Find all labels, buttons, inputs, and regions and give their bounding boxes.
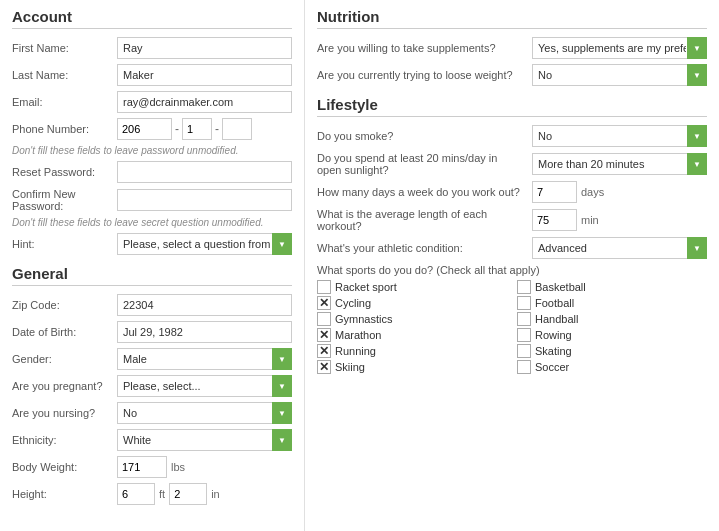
gender-row: Gender: Male Female bbox=[12, 348, 292, 370]
sport-item: Gymnastics bbox=[317, 312, 507, 326]
loose-weight-select[interactable]: Yes No bbox=[532, 64, 707, 86]
sport-checkbox[interactable] bbox=[517, 360, 531, 374]
sport-checkbox[interactable]: ✕ bbox=[317, 328, 331, 342]
hint-wrapper bbox=[117, 233, 292, 255]
loose-weight-label: Are you currently trying to loose weight… bbox=[317, 69, 532, 81]
sport-label: Skiing bbox=[335, 361, 365, 373]
ethnicity-select-wrapper: White Black Hispanic Asian Other bbox=[117, 429, 292, 451]
phone-row: Phone Number: - - bbox=[12, 118, 292, 140]
phone-area-input[interactable] bbox=[117, 118, 172, 140]
phone-sep2: - bbox=[215, 122, 219, 136]
sport-item: ✕Marathon bbox=[317, 328, 507, 342]
nursing-select-wrapper: Yes No bbox=[117, 402, 292, 424]
nutrition-title: Nutrition bbox=[317, 8, 707, 29]
sport-item: Rowing bbox=[517, 328, 707, 342]
gender-label: Gender: bbox=[12, 353, 117, 365]
sport-checkbox[interactable]: ✕ bbox=[317, 344, 331, 358]
ethnicity-row: Ethnicity: White Black Hispanic Asian Ot… bbox=[12, 429, 292, 451]
sport-label: Rowing bbox=[535, 329, 572, 341]
height-feet-input[interactable] bbox=[117, 483, 155, 505]
sport-checkbox[interactable]: ✕ bbox=[317, 296, 331, 310]
hint-dropdown-button[interactable] bbox=[272, 233, 292, 255]
sport-checkbox[interactable]: ✕ bbox=[317, 360, 331, 374]
sport-item: Skating bbox=[517, 344, 707, 358]
workout-days-input[interactable] bbox=[532, 181, 577, 203]
reset-password-label: Reset Password: bbox=[12, 166, 117, 178]
gender-select-wrapper: Male Female bbox=[117, 348, 292, 370]
confirm-password-row: Confirm New Password: bbox=[12, 188, 292, 212]
ethnicity-select[interactable]: White Black Hispanic Asian Other bbox=[117, 429, 292, 451]
supplements-select[interactable]: Yes, supplements are my preference No bbox=[532, 37, 707, 59]
height-inputs: ft in bbox=[117, 483, 220, 505]
email-input[interactable] bbox=[117, 91, 292, 113]
ethnicity-label: Ethnicity: bbox=[12, 434, 117, 446]
first-name-label: First Name: bbox=[12, 42, 117, 54]
hint-label: Hint: bbox=[12, 238, 117, 250]
sport-checkbox[interactable] bbox=[517, 312, 531, 326]
body-weight-input[interactable] bbox=[117, 456, 167, 478]
pregnant-select-wrapper: Please, select... Yes No bbox=[117, 375, 292, 397]
hint-row: Hint: bbox=[12, 233, 292, 255]
first-name-row: First Name: bbox=[12, 37, 292, 59]
sunlight-select-wrapper: More than 20 minutes Less than 20 minute… bbox=[532, 153, 707, 175]
secret-note: Don't fill these fields to leave secret … bbox=[12, 217, 292, 228]
athletic-condition-label: What's your athletic condition: bbox=[317, 242, 532, 254]
sport-checkbox[interactable] bbox=[517, 344, 531, 358]
email-row: Email: bbox=[12, 91, 292, 113]
weight-unit: lbs bbox=[171, 461, 185, 473]
zip-code-input[interactable] bbox=[117, 294, 292, 316]
sport-item: ✕Skiing bbox=[317, 360, 507, 374]
pregnant-select[interactable]: Please, select... Yes No bbox=[117, 375, 292, 397]
confirm-password-input[interactable] bbox=[117, 189, 292, 211]
general-title: General bbox=[12, 265, 292, 286]
workout-length-control: min bbox=[532, 209, 707, 231]
first-name-input[interactable] bbox=[117, 37, 292, 59]
sport-checkbox[interactable] bbox=[317, 312, 331, 326]
nursing-select[interactable]: Yes No bbox=[117, 402, 292, 424]
phone-inputs: - - bbox=[117, 118, 252, 140]
reset-password-input[interactable] bbox=[117, 161, 292, 183]
phone-part1-input[interactable] bbox=[182, 118, 212, 140]
workout-days-unit: days bbox=[581, 186, 604, 198]
height-label: Height: bbox=[12, 488, 117, 500]
sports-title: What sports do you do? (Check all that a… bbox=[317, 264, 707, 276]
inches-unit: in bbox=[211, 488, 220, 500]
sport-checkbox[interactable] bbox=[517, 296, 531, 310]
hint-input[interactable] bbox=[117, 233, 292, 255]
height-inches-input[interactable] bbox=[169, 483, 207, 505]
sport-item: Racket sport bbox=[317, 280, 507, 294]
sunlight-select[interactable]: More than 20 minutes Less than 20 minute… bbox=[532, 153, 707, 175]
sport-label: Racket sport bbox=[335, 281, 397, 293]
sport-checkbox[interactable] bbox=[517, 280, 531, 294]
sport-item: ✕Running bbox=[317, 344, 507, 358]
sport-checkbox[interactable] bbox=[317, 280, 331, 294]
sport-label: Cycling bbox=[335, 297, 371, 309]
sport-label: Running bbox=[335, 345, 376, 357]
supplements-select-wrapper: Yes, supplements are my preference No bbox=[532, 37, 707, 59]
phone-sep1: - bbox=[175, 122, 179, 136]
pregnant-row: Are you pregnant? Please, select... Yes … bbox=[12, 375, 292, 397]
dob-input[interactable] bbox=[117, 321, 292, 343]
workout-days-inputs: days bbox=[532, 181, 707, 203]
workout-length-input[interactable] bbox=[532, 209, 577, 231]
account-title: Account bbox=[12, 8, 292, 29]
phone-label: Phone Number: bbox=[12, 123, 117, 135]
pregnant-label: Are you pregnant? bbox=[12, 380, 117, 392]
body-weight-inputs: lbs bbox=[117, 456, 185, 478]
workout-days-row: How many days a week do you work out? da… bbox=[317, 181, 707, 203]
smoke-select[interactable]: Yes No bbox=[532, 125, 707, 147]
confirm-password-label: Confirm New Password: bbox=[12, 188, 117, 212]
sunlight-label: Do you spend at least 20 mins/day in ope… bbox=[317, 152, 532, 176]
athletic-condition-select[interactable]: Beginner Intermediate Advanced bbox=[532, 237, 707, 259]
smoke-control: Yes No bbox=[532, 125, 707, 147]
body-weight-row: Body Weight: lbs bbox=[12, 456, 292, 478]
smoke-label: Do you smoke? bbox=[317, 130, 532, 142]
sport-item: ✕Cycling bbox=[317, 296, 507, 310]
supplements-control: Yes, supplements are my preference No bbox=[532, 37, 707, 59]
sport-checkbox[interactable] bbox=[517, 328, 531, 342]
nursing-label: Are you nursing? bbox=[12, 407, 117, 419]
sunlight-row: Do you spend at least 20 mins/day in ope… bbox=[317, 152, 707, 176]
last-name-input[interactable] bbox=[117, 64, 292, 86]
gender-select[interactable]: Male Female bbox=[117, 348, 292, 370]
phone-part2-input[interactable] bbox=[222, 118, 252, 140]
